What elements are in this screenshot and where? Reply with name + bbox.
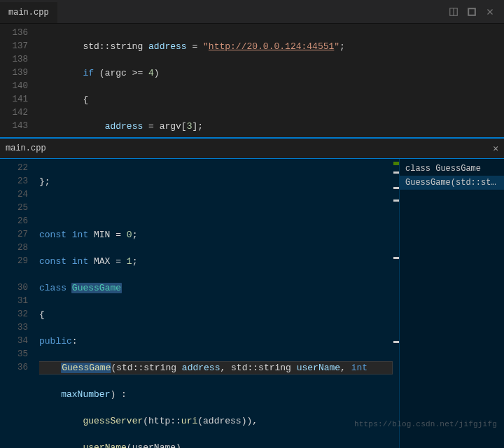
peek-close-icon[interactable]: ✕ (493, 143, 498, 154)
tab-label: main.cpp (8, 8, 49, 18)
peek-ref-item[interactable]: GuessGame(std::str… (400, 176, 504, 190)
svg-rect-2 (468, 8, 476, 15)
peek-title: main.cpp (6, 144, 46, 153)
code-top[interactable]: std::string address = "http://20.0.0.124… (39, 24, 498, 137)
tab-main-cpp[interactable]: main.cpp (0, 2, 57, 23)
more-actions-icon[interactable] (465, 5, 479, 19)
close-icon[interactable] (483, 5, 497, 19)
tab-bar: main.cpp (0, 0, 504, 24)
minimap-peek[interactable] (393, 159, 399, 448)
editor-top[interactable]: 136137138139140141142143 std::string add… (0, 24, 504, 137)
code-peek[interactable]: }; const int MIN = 0; const int MAX = 1;… (39, 159, 393, 448)
peek-reference-list: class GuessGame GuessGame(std::str… (399, 159, 504, 448)
split-editor-icon[interactable] (447, 5, 461, 19)
svg-rect-3 (469, 8, 475, 15)
gutter-top: 136137138139140141142143 (0, 24, 39, 137)
peek-ref-item[interactable]: class GuessGame (400, 162, 504, 176)
minimap-top[interactable] (498, 24, 504, 137)
watermark: https://blog.csdn.net/jifgjifg (354, 420, 497, 428)
editor-peek[interactable]: 222324252627282930313233343536 }; const … (0, 158, 504, 448)
peek-header: main.cpp ✕ (0, 137, 504, 158)
gutter-peek: 222324252627282930313233343536 (0, 159, 39, 448)
